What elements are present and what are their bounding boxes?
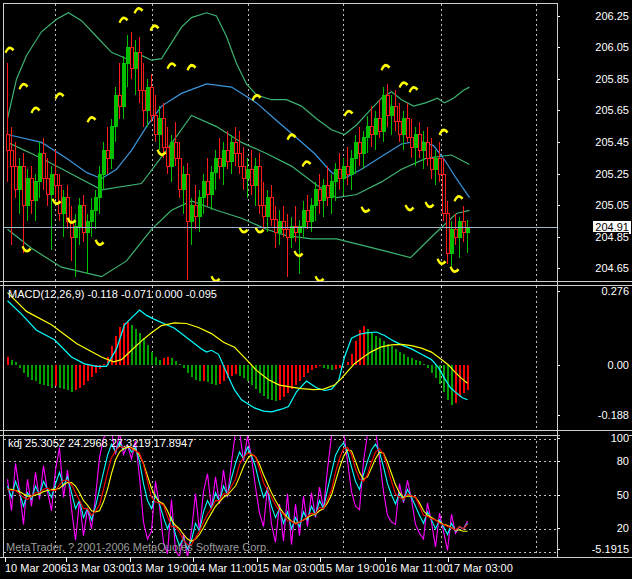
bear-candle-body: [30, 179, 33, 201]
bear-candle-body: [242, 166, 245, 179]
time-axis-label: 16 Mar 11:00: [385, 562, 449, 574]
bull-candle-body: [198, 198, 201, 217]
bear-candle-body: [410, 138, 413, 148]
time-axis-label: 15 Mar 19:00: [320, 562, 385, 574]
fractal-down-arrow-icon: [361, 206, 371, 213]
bull-candle-body: [350, 158, 353, 174]
fractal-down-arrow-icon: [95, 239, 105, 246]
bear-candle-body: [446, 214, 449, 254]
bull-candle-body: [302, 210, 305, 226]
fractal-down-arrow-icon: [294, 250, 304, 257]
fractal-up-arrow-icon: [381, 64, 391, 71]
price-scale-label: 204.85: [560, 232, 629, 243]
price-scale-label: 206.25: [560, 11, 629, 22]
bull-candle-body: [334, 169, 337, 182]
bull-candle-body: [374, 119, 377, 135]
bear-candle-body: [42, 154, 45, 179]
fractal-up-arrow-icon: [134, 7, 144, 14]
kdj-scale-label: 20: [560, 523, 629, 534]
bear-candle-body: [394, 106, 397, 122]
time-axis-label: 13 Mar 03:00: [66, 562, 131, 574]
bear-candle-body: [162, 119, 165, 147]
price-scale-label: 205.65: [560, 105, 629, 116]
bear-candle-body: [178, 158, 181, 190]
bear-candle-body: [386, 95, 389, 116]
bear-candle-body: [54, 174, 57, 185]
macd-scale-label: 0.00: [560, 360, 629, 371]
fractal-up-arrow-icon: [287, 133, 297, 140]
bull-candle-body: [62, 198, 65, 214]
time-axis-label: 15 Mar 03:00: [257, 562, 322, 574]
bull-candle-body: [330, 182, 333, 198]
bull-candle-body: [134, 52, 137, 68]
time-axis-label: 13 Mar 19:00: [130, 562, 195, 574]
price-scale-label: 205.45: [560, 137, 629, 148]
bear-candle-body: [338, 169, 341, 179]
bull-candle-body: [298, 226, 301, 232]
fractal-up-arrow-icon: [454, 195, 464, 202]
metatrader-chart-window: MACD(12,26,9) -0.118 -0.071 0.000 -0.095…: [0, 0, 632, 579]
bull-candle-body: [114, 95, 117, 127]
bull-candle-body: [18, 166, 21, 190]
bear-candle-body: [270, 198, 273, 220]
bull-candle-body: [86, 221, 89, 232]
bull-candle-body: [322, 185, 325, 201]
bear-candle-body: [358, 142, 361, 153]
kdj-panel[interactable]: [4, 431, 557, 557]
bull-candle-body: [402, 119, 405, 135]
bear-candle-body: [406, 119, 409, 138]
bull-candle-body: [202, 182, 205, 198]
bull-candle-body: [382, 95, 385, 131]
fractal-up-arrow-icon: [439, 129, 449, 136]
bull-candle-body: [230, 142, 233, 161]
bear-candle-body: [138, 52, 141, 90]
price-scale-label: 205.05: [560, 200, 629, 211]
bull-candle-body: [366, 127, 369, 138]
fractal-up-arrow-icon: [87, 116, 97, 123]
price-panel[interactable]: [4, 4, 557, 283]
bull-candle-body: [210, 172, 213, 194]
bear-candle-body: [274, 220, 277, 233]
bear-candle-body: [10, 150, 13, 166]
bull-candle-body: [214, 158, 217, 172]
bear-candle-body: [6, 135, 9, 151]
bull-candle-body: [390, 106, 393, 116]
bull-candle-body: [414, 135, 417, 148]
fractal-up-arrow-icon: [167, 62, 177, 69]
bear-candle-body: [174, 142, 177, 158]
bull-candle-body: [126, 48, 129, 64]
kdj-indicator-label: kdj 25.3052 24.2968 27.3219 17.8947: [8, 437, 193, 449]
bull-candle-body: [34, 182, 37, 201]
price-scale-label: 206.05: [560, 42, 629, 53]
bear-candle-body: [258, 166, 261, 206]
kdj-scale-label: -5.1915: [560, 544, 629, 555]
bull-candle-body: [90, 210, 93, 221]
bull-candle-body: [158, 119, 161, 135]
bear-candle-body: [438, 158, 441, 174]
bull-candle-body: [422, 142, 425, 150]
fractal-up-arrow-icon: [252, 94, 262, 101]
bear-candle-body: [206, 182, 209, 195]
time-axis-label: 14 Mar 11:00: [193, 562, 257, 574]
bear-candle-body: [150, 87, 153, 115]
bull-candle-body: [434, 158, 437, 169]
bull-candle-body: [170, 142, 173, 166]
fractal-up-arrow-icon: [5, 46, 15, 53]
bear-candle-body: [426, 142, 429, 158]
bear-candle-body: [318, 190, 321, 201]
fractal-down-arrow-icon: [157, 149, 167, 156]
kdj-scale-label: 50: [560, 490, 629, 501]
fractal-down-arrow-icon: [405, 205, 415, 212]
bear-candle-body: [454, 229, 457, 237]
time-axis-label: 17 Mar 03:00: [448, 562, 513, 574]
bull-candle-body: [466, 228, 469, 233]
bull-candle-body: [26, 179, 29, 206]
bear-candle-body: [326, 185, 329, 198]
bear-candle-body: [118, 95, 121, 106]
fractal-up-arrow-icon: [55, 92, 65, 99]
kdj-scale-label: 80: [560, 456, 629, 467]
bear-candle-body: [378, 119, 381, 132]
macd-panel[interactable]: [8, 286, 537, 430]
bull-candle-body: [246, 169, 249, 179]
bull-candle-body: [38, 154, 41, 182]
